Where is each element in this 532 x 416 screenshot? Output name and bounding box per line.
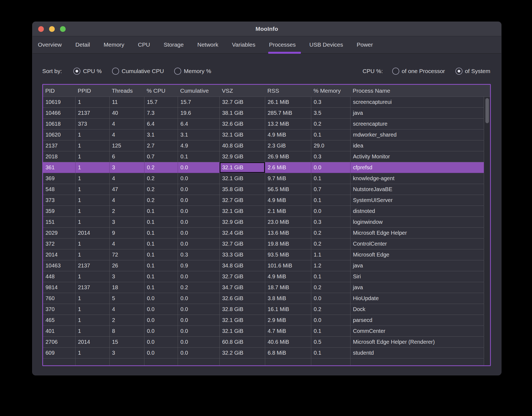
cell-process-name[interactable]: ControlCenter bbox=[350, 239, 484, 249]
cell-rss[interactable]: 19.8 MiB bbox=[265, 239, 311, 249]
cell-process-name[interactable]: CommCenter bbox=[350, 326, 484, 337]
cell-vsz[interactable]: 32.7 GiB bbox=[220, 97, 265, 108]
cell-rss[interactable]: 13.6 MiB bbox=[265, 228, 311, 239]
cell-ppid[interactable]: 2137 bbox=[75, 282, 110, 293]
cell-rss[interactable]: 285.7 MiB bbox=[265, 108, 311, 119]
cell-cpu[interactable]: 0.2 bbox=[144, 195, 178, 206]
process-row[interactable]: 151130.10.032.9 GiB23.0 MiB0.3loginwindo… bbox=[43, 217, 484, 228]
cell-vsz[interactable]: 32.1 GiB bbox=[220, 326, 265, 337]
process-row[interactable]: 1061911115.715.732.7 GiB26.1 MiB0.3scree… bbox=[43, 97, 484, 108]
cell-cpu[interactable]: 0.1 bbox=[144, 206, 178, 217]
cell-pid[interactable]: 151 bbox=[43, 217, 75, 228]
process-row[interactable]: 104662137407.319.638.1 GiB285.7 MiB3.5ja… bbox=[43, 108, 484, 119]
cell-cpu[interactable]: 0.7 bbox=[144, 151, 178, 162]
cell-cumulative[interactable]: 4.9 bbox=[178, 140, 220, 151]
cell-memory[interactable]: 0.0 bbox=[311, 293, 350, 304]
cell-ppid[interactable]: 1 bbox=[75, 348, 110, 358]
cell-threads[interactable]: 5 bbox=[110, 293, 144, 304]
cell-ppid[interactable]: 1 bbox=[75, 271, 110, 282]
cell-process-name[interactable]: loginwindow bbox=[350, 217, 484, 228]
cell-cumulative[interactable]: 0.0 bbox=[178, 337, 220, 348]
cell-rss[interactable]: 16.1 MiB bbox=[265, 304, 311, 315]
cell-rss[interactable]: 4.9 MiB bbox=[265, 271, 311, 282]
cell-process-name[interactable]: knowledge-agent bbox=[350, 173, 484, 184]
cpu-option-of-system[interactable]: of System bbox=[455, 68, 490, 75]
column-header-vsz[interactable]: VSZ bbox=[220, 85, 265, 97]
process-row-selected[interactable]: 361130.20.032.1 GiB2.6 MiB0.0cfprefsd bbox=[43, 162, 484, 173]
cell-memory[interactable]: 1.2 bbox=[311, 260, 350, 271]
cell-threads[interactable]: 4 bbox=[110, 129, 144, 140]
cell-ppid[interactable]: 1 bbox=[75, 97, 110, 108]
cell-cumulative[interactable]: 0.0 bbox=[178, 304, 220, 315]
cell-vsz[interactable]: 32.7 GiB bbox=[220, 239, 265, 249]
cell-cumulative[interactable]: 0.0 bbox=[178, 173, 220, 184]
cell-cpu[interactable]: 0.2 bbox=[144, 184, 178, 195]
tab-usb-devices[interactable]: USB Devices bbox=[309, 36, 343, 53]
cell-pid[interactable]: 359 bbox=[43, 206, 75, 217]
cell-threads[interactable]: 3 bbox=[110, 162, 144, 173]
cell-memory[interactable]: 29.0 bbox=[311, 140, 350, 151]
tab-power[interactable]: Power bbox=[357, 36, 373, 53]
cell-threads[interactable]: 9 bbox=[110, 228, 144, 239]
cell-pid[interactable]: 369 bbox=[43, 173, 75, 184]
cell-ppid[interactable]: 2014 bbox=[75, 228, 110, 239]
vertical-scrollbar-thumb[interactable] bbox=[485, 98, 489, 123]
cell-ppid[interactable]: 1 bbox=[75, 304, 110, 315]
cell-ppid[interactable]: 1 bbox=[75, 249, 110, 260]
cell-cumulative[interactable]: 0.0 bbox=[178, 293, 220, 304]
cell-pid[interactable]: 372 bbox=[43, 239, 75, 249]
cell-process-name[interactable]: java bbox=[350, 260, 484, 271]
cell-threads[interactable]: 40 bbox=[110, 108, 144, 119]
cell-memory[interactable]: 0.0 bbox=[311, 162, 350, 173]
cell-ppid[interactable]: 1 bbox=[75, 293, 110, 304]
cell-ppid[interactable]: 1 bbox=[75, 140, 110, 151]
process-row[interactable]: 10620143.13.132.1 GiB4.9 MiB0.1mdworker_… bbox=[43, 129, 484, 140]
cell-rss[interactable]: 4.9 MiB bbox=[265, 195, 311, 206]
process-row[interactable]: 27062014150.00.060.8 GiB40.6 MiB0.5Micro… bbox=[43, 337, 484, 348]
cell-ppid[interactable]: 1 bbox=[75, 129, 110, 140]
cell-pid[interactable]: 10463 bbox=[43, 260, 75, 271]
cell-process-name[interactable]: NutstoreJavaBE bbox=[350, 184, 484, 195]
cell-vsz[interactable]: 32.6 GiB bbox=[220, 119, 265, 129]
cell-threads[interactable]: 18 bbox=[110, 282, 144, 293]
cell-threads[interactable]: 3 bbox=[110, 217, 144, 228]
cell-pid[interactable]: 10618 bbox=[43, 119, 75, 129]
cell-pid[interactable]: 373 bbox=[43, 195, 75, 206]
cell-memory[interactable]: 0.1 bbox=[311, 326, 350, 337]
cell-threads[interactable]: 15 bbox=[110, 337, 144, 348]
minimize-button[interactable] bbox=[49, 26, 55, 32]
process-row[interactable]: 2029201490.10.032.4 GiB13.6 MiB0.2Micros… bbox=[43, 228, 484, 239]
cell-vsz[interactable]: 35.8 GiB bbox=[220, 184, 265, 195]
cell-vsz[interactable]: 32.1 GiB bbox=[220, 129, 265, 140]
title-bar[interactable]: MooInfo bbox=[32, 22, 501, 36]
cell-rss[interactable]: 18.7 MiB bbox=[265, 282, 311, 293]
cell-rss[interactable]: 56.5 MiB bbox=[265, 184, 311, 195]
cell-pid[interactable]: 370 bbox=[43, 304, 75, 315]
cell-cumulative[interactable]: 0.0 bbox=[178, 228, 220, 239]
cell-process-name[interactable]: Microsoft Edge Helper bbox=[350, 228, 484, 239]
cell-ppid[interactable]: 1 bbox=[75, 217, 110, 228]
cell-ppid[interactable]: 2137 bbox=[75, 260, 110, 271]
cell-threads[interactable]: 8 bbox=[110, 326, 144, 337]
tab-network[interactable]: Network bbox=[197, 36, 218, 53]
cell-cumulative[interactable]: 0.0 bbox=[178, 348, 220, 358]
cpu-option-of-one-processor[interactable]: of one Processor bbox=[392, 68, 445, 75]
cell-rss[interactable]: 2.1 MiB bbox=[265, 206, 311, 217]
cell-threads[interactable]: 4 bbox=[110, 173, 144, 184]
cell-process-name[interactable]: parsecd bbox=[350, 315, 484, 326]
cell-pid[interactable]: 10620 bbox=[43, 129, 75, 140]
process-row[interactable]: 213711252.74.940.8 GiB2.3 GiB29.0idea bbox=[43, 140, 484, 151]
cell-process-name[interactable]: Dock bbox=[350, 304, 484, 315]
cell-cpu[interactable]: 7.3 bbox=[144, 108, 178, 119]
cell-pid[interactable]: 2014 bbox=[43, 249, 75, 260]
sort-by-option-cumulative-cpu[interactable]: Cumulative CPU bbox=[112, 68, 164, 75]
process-row[interactable]: 372140.10.032.7 GiB19.8 MiB0.2ControlCen… bbox=[43, 239, 484, 249]
cell-rss[interactable]: 3.8 MiB bbox=[265, 293, 311, 304]
cell-process-name[interactable]: studentd bbox=[350, 348, 484, 358]
cell-rss[interactable]: 23.0 MiB bbox=[265, 217, 311, 228]
cell-memory[interactable]: 1.1 bbox=[311, 249, 350, 260]
cell-process-name[interactable]: idea bbox=[350, 140, 484, 151]
cell-cpu[interactable]: 0.1 bbox=[144, 239, 178, 249]
cell-threads[interactable]: 26 bbox=[110, 260, 144, 271]
cell-threads[interactable]: 2 bbox=[110, 315, 144, 326]
